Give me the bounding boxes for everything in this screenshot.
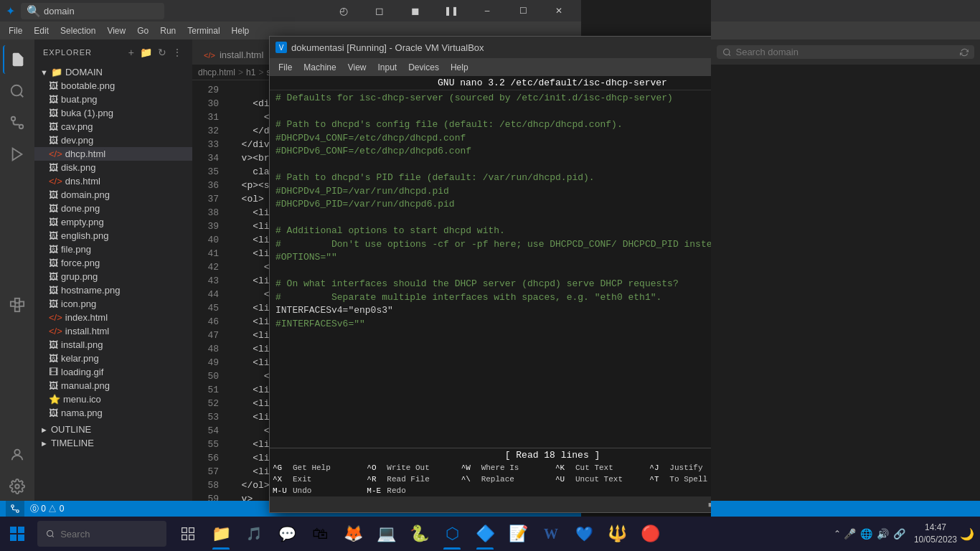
vbox-menu-file[interactable]: File [273, 61, 298, 74]
tray-speaker-icon[interactable]: 🔊 [877, 528, 889, 540]
nano-key-undo[interactable]: M-UUndo [270, 485, 364, 496]
tree-item-disk[interactable]: 🖼 disk.png [34, 161, 192, 174]
taskbar-icon-gitkraken[interactable]: 🔱 [601, 518, 633, 550]
nano-key-replace[interactable]: ^\Replace [458, 474, 552, 485]
taskbar-icon-terminal[interactable]: 💻 [370, 518, 402, 550]
taskbar-icon-teams[interactable]: 💬 [271, 518, 303, 550]
right-panel-search-input[interactable] [735, 47, 955, 57]
tree-item-cav[interactable]: 🖼 cav.png [34, 120, 192, 133]
collapse-btn[interactable]: ⋮ [171, 45, 184, 60]
activity-extensions-icon[interactable] [3, 291, 32, 319]
tray-mic-icon[interactable]: 🎤 [844, 528, 856, 540]
menu-terminal[interactable]: Terminal [182, 24, 225, 37]
taskbar-icon-firefox[interactable]: 🦊 [337, 518, 369, 550]
activity-settings-icon[interactable] [3, 472, 32, 501]
tree-item-index[interactable]: </> index.html [34, 311, 192, 324]
nano-key-exit[interactable]: ^XExit [270, 474, 364, 485]
taskbar-icon-notes[interactable]: 📝 [502, 518, 534, 550]
menu-file[interactable]: File [3, 24, 28, 37]
tree-item-manual[interactable]: 🖼 manual.png [34, 379, 192, 392]
tray-expand-icon[interactable]: ⌃ [834, 529, 841, 539]
vbox-menu-machine[interactable]: Machine [298, 61, 341, 74]
tray-network-icon[interactable]: 🔗 [893, 528, 905, 540]
tray-earth-icon[interactable]: 🌐 [860, 528, 872, 540]
nano-key-write-out[interactable]: ^OWrite Out [364, 462, 458, 474]
vbox-menu-input[interactable]: Input [372, 61, 403, 74]
vscode-search-input[interactable] [44, 6, 159, 17]
tree-item-install-png[interactable]: 🖼 install.png [34, 338, 192, 352]
taskbar-icon-store[interactable]: 🛍 [304, 518, 336, 550]
tree-item-done[interactable]: 🖼 done.png [34, 202, 192, 215]
taskbar-icon-python[interactable]: 🐍 [403, 518, 435, 550]
taskbar-icon-teams2[interactable]: 💙 [568, 518, 600, 550]
tree-item-dns[interactable]: </> dns.html [34, 174, 192, 188]
tree-item-buka[interactable]: 🖼 buka (1).png [34, 106, 192, 120]
taskbar-search-input[interactable] [60, 529, 158, 540]
taskbar-icon-vbox[interactable]: ⬡ [436, 518, 468, 550]
new-file-btn[interactable]: + [127, 45, 136, 60]
nano-key-get-help[interactable]: ^GGet Help [270, 462, 364, 474]
taskbar-icon-music[interactable]: 🎵 [238, 518, 270, 550]
activity-debug-icon[interactable] [3, 140, 32, 169]
taskbar-icon-files[interactable]: 📁 [205, 518, 237, 550]
taskbar-icon-taskview[interactable] [172, 518, 204, 550]
tree-item-nama[interactable]: 🖼 nama.png [34, 406, 192, 420]
menu-selection[interactable]: Selection [55, 24, 101, 37]
git-status[interactable] [6, 501, 24, 517]
menu-run[interactable]: Run [154, 24, 182, 37]
vscode-search-bar[interactable]: 🔍 [21, 3, 164, 19]
menu-edit[interactable]: Edit [28, 24, 55, 37]
new-folder-btn[interactable]: 📁 [138, 45, 154, 60]
vbox-menu-view[interactable]: View [342, 61, 372, 74]
vbox-menu-help[interactable]: Help [445, 61, 474, 74]
tree-item-empty[interactable]: 🖼 empty.png [34, 215, 192, 229]
taskbar-search-bar[interactable] [37, 521, 166, 547]
tree-folder-domain[interactable]: ▼ 📁 DOMAIN [34, 65, 192, 79]
taskbar-icon-chrome[interactable]: 🔴 [634, 518, 666, 550]
taskbar-icon-word[interactable]: W [535, 518, 567, 550]
tree-item-domain[interactable]: 🖼 domain.png [34, 188, 192, 202]
refresh-btn[interactable]: ↻ [156, 45, 168, 60]
tree-item-dev[interactable]: 🖼 dev.png [34, 133, 192, 147]
menu-go[interactable]: Go [131, 24, 154, 37]
vscode-layout3-btn[interactable]: ◼ [399, 0, 432, 22]
tree-item-loading[interactable]: 🎞 loading.gif [34, 365, 192, 379]
vscode-close-btn[interactable]: ✕ [542, 0, 575, 22]
tree-item-install-html[interactable]: </> install.html [34, 324, 192, 338]
tree-item-bootable[interactable]: 🖼 bootable.png [34, 79, 192, 93]
tree-item-english[interactable]: 🖼 english.png [34, 229, 192, 242]
tree-item-kelar[interactable]: 🖼 kelar.png [34, 352, 192, 365]
activity-search-icon[interactable] [3, 77, 32, 105]
activity-git-icon[interactable] [3, 108, 32, 137]
refresh-icon[interactable] [960, 47, 969, 57]
menu-view[interactable]: View [101, 24, 131, 37]
vscode-minimize-btn[interactable]: – [471, 0, 504, 22]
tray-clock[interactable]: 14:47 10/05/2023 [914, 522, 957, 546]
nano-key-uncut[interactable]: ^UUncut Text [552, 474, 646, 485]
nano-key-cut[interactable]: ^KCut Text [552, 462, 646, 474]
tree-item-icon[interactable]: 🖼 icon.png [34, 297, 192, 311]
tree-item-dhcp[interactable]: </> dhcp.html [34, 147, 192, 161]
vscode-layout2-btn[interactable]: ◻ [363, 0, 396, 22]
vscode-maximize-btn[interactable]: ☐ [507, 0, 540, 22]
tree-item-force[interactable]: 🖼 force.png [34, 256, 192, 270]
tree-item-buat[interactable]: 🖼 buat.png [34, 93, 192, 106]
vscode-layout-btn[interactable]: ◴ [327, 0, 360, 22]
activity-files-icon[interactable] [3, 45, 32, 74]
nano-key-where-is[interactable]: ^WWhere Is [458, 462, 552, 474]
tree-item-hostname[interactable]: 🖼 hostname.png [34, 283, 192, 297]
tree-outline[interactable]: ► OUTLINE [34, 423, 192, 436]
nano-key-redo[interactable]: M-ERedo [364, 485, 458, 496]
tree-timeline[interactable]: ► TIMELINE [34, 436, 192, 450]
start-button[interactable] [0, 517, 34, 551]
tray-notification-icon[interactable]: 🌙 [960, 527, 974, 541]
tree-item-file[interactable]: 🖼 file.png [34, 242, 192, 256]
tree-item-grup[interactable]: 🖼 grup.png [34, 270, 192, 283]
vscode-grid-btn[interactable]: ❚❚ [435, 0, 468, 22]
activity-account-icon[interactable] [3, 441, 32, 469]
taskbar-icon-vscode[interactable]: 🔷 [469, 518, 501, 550]
menu-help[interactable]: Help [226, 24, 255, 37]
nano-key-read-file[interactable]: ^RRead File [364, 474, 458, 485]
tree-item-menu[interactable]: ⭐ menu.ico [34, 392, 192, 406]
vbox-menu-devices[interactable]: Devices [402, 61, 445, 74]
